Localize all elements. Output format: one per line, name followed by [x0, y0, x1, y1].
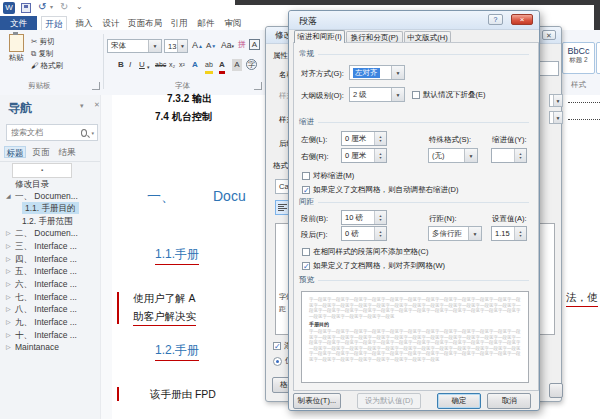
snap-to-grid-checkbox[interactable]: ✓如果定义了文档网格，则对齐到网格(W): [302, 261, 445, 271]
font-size-combo[interactable]: 13▼: [164, 39, 188, 53]
nav-item-h9[interactable]: ▷九、 Interface ...: [6, 316, 100, 328]
nav-tab-pages[interactable]: 页面: [30, 146, 52, 158]
font-color-icon[interactable]: A: [219, 59, 225, 74]
nav-item-h5[interactable]: ▷五、 Interface ...: [6, 265, 100, 277]
style-gallery-next-card[interactable]: [596, 42, 600, 74]
ok-button[interactable]: 确定: [437, 393, 481, 409]
nav-item-h6[interactable]: ▷六、 Interface ...: [6, 278, 100, 290]
character-shading-icon[interactable]: A: [232, 59, 242, 71]
search-input[interactable]: [7, 128, 79, 137]
tab-page-layout[interactable]: 页面布局: [126, 16, 164, 30]
paragraph-dialog-titlebar[interactable]: 段落 ? ×: [289, 11, 539, 30]
no-space-same-style-checkbox[interactable]: 在相同样式的段落间不添加空格(C): [302, 247, 428, 257]
tabs-button[interactable]: 制表位(T)...: [293, 393, 341, 409]
italic-button[interactable]: I: [129, 59, 131, 71]
space-before-spinner[interactable]: 10 磅 ▲▼: [341, 210, 387, 225]
style-following-dropdown-icon[interactable]: ▼: [549, 111, 563, 124]
special-format-combo[interactable]: (无) ▼: [428, 148, 478, 163]
nav-item-placeholder[interactable]: ▪: [12, 163, 72, 178]
superscript-button[interactable]: x²: [179, 59, 185, 71]
shrink-font-icon[interactable]: A▼: [206, 40, 216, 52]
nav-item-h7[interactable]: ▷七、 Interface ...: [6, 291, 100, 303]
cancel-button[interactable]: 取消: [487, 393, 531, 409]
underline-dropdown-icon[interactable]: ▾: [147, 61, 150, 73]
text-effects-icon[interactable]: A: [192, 59, 198, 71]
nav-item-h8[interactable]: ▷八、 Interface ...: [6, 303, 100, 315]
auto-adjust-right-indent-checkbox[interactable]: ✓如果定义了文档网格，则自动调整右缩进(D): [302, 185, 458, 195]
font-size-dropdown-icon[interactable]: ▼: [177, 40, 187, 52]
nav-tab-results[interactable]: 结果: [56, 146, 78, 158]
nav-item-toc[interactable]: 修改目录: [6, 178, 100, 190]
save-icon[interactable]: [21, 3, 31, 13]
close-icon[interactable]: ×: [511, 14, 533, 25]
mirror-indents-checkbox[interactable]: 对称缩进(M): [302, 171, 354, 181]
outline-level-combo[interactable]: 2 级 ▼: [349, 87, 405, 102]
space-after-spinner[interactable]: 0 磅 ▲▼: [341, 226, 387, 241]
search-dropdown-icon[interactable]: ▾: [91, 130, 94, 136]
tab-review[interactable]: 审阅: [221, 16, 245, 30]
format-painter-button[interactable]: 🖌 格式刷: [31, 60, 63, 72]
nav-item-h1[interactable]: ◢一、 Documen...: [6, 190, 100, 202]
underline-button[interactable]: U: [139, 59, 145, 71]
font-dialog-launcher[interactable]: [254, 82, 262, 90]
nav-item-h12[interactable]: 1.2. 手册范围: [22, 215, 100, 227]
revision-change-bar: [117, 387, 119, 401]
indent-by-spinner[interactable]: ▲▼: [491, 148, 527, 163]
nav-item-h4[interactable]: ▷四、 Interface ...: [6, 253, 100, 265]
indent-right-spinner[interactable]: 0 厘米 ▲▼: [341, 148, 387, 163]
phonetic-guide-icon[interactable]: 拼: [238, 39, 246, 51]
special-format-dropdown-icon[interactable]: ▼: [464, 149, 477, 162]
clipboard-dialog-launcher[interactable]: [92, 82, 100, 90]
set-default-button[interactable]: 设为默认值(D): [357, 393, 421, 409]
nav-pane-menu-icon[interactable]: ▾: [80, 102, 84, 110]
strikethrough-button[interactable]: abc: [155, 59, 166, 71]
style-based-dropdown-icon[interactable]: ▼: [549, 94, 563, 107]
line-spacing-combo[interactable]: 多倍行距 ▼: [428, 226, 482, 241]
nav-search-box[interactable]: ▾: [6, 124, 98, 141]
bold-button[interactable]: B: [118, 59, 124, 71]
tab-indents-spacing[interactable]: 缩进和间距(I): [294, 30, 345, 43]
help-icon[interactable]: ?: [488, 14, 503, 25]
undo-dropdown-icon[interactable]: ▾: [50, 1, 53, 13]
tab-home[interactable]: 开始: [41, 16, 67, 30]
line-spacing-dropdown-icon[interactable]: ▼: [468, 227, 481, 240]
nav-tab-headings[interactable]: 标题: [4, 146, 26, 158]
font-name-dropdown-icon[interactable]: ▼: [148, 40, 161, 52]
highlight-color-icon[interactable]: ab: [205, 59, 213, 74]
nav-item-h3[interactable]: ▷三、 Interface ...: [6, 240, 100, 252]
subscript-button[interactable]: x₂: [169, 59, 175, 71]
paste-button[interactable]: 粘贴: [5, 34, 27, 74]
alignment-combo[interactable]: 左对齐 ▼: [349, 65, 405, 80]
tab-references[interactable]: 引用: [167, 16, 191, 30]
grow-font-icon[interactable]: A▲: [192, 39, 203, 52]
alignment-dropdown-icon[interactable]: ▼: [391, 66, 404, 79]
nav-item-maintenance[interactable]: ▷Maintanace: [6, 341, 100, 353]
cut-button[interactable]: ✂ 剪切: [31, 36, 54, 48]
character-border-icon[interactable]: A: [249, 39, 260, 50]
nav-item-h2[interactable]: ▷二、 Documen...: [6, 227, 100, 239]
collapsed-by-default-checkbox[interactable]: 默认情况下折叠(E): [412, 90, 486, 100]
enclose-characters-icon[interactable]: 字: [246, 59, 257, 70]
indent-left-spinner[interactable]: 0 厘米 ▲▼: [341, 131, 387, 146]
copy-button[interactable]: ⧉ 复制: [31, 48, 53, 60]
change-case-icon[interactable]: Aa▾: [221, 39, 234, 52]
font-name-combo[interactable]: 宋体▼: [107, 39, 162, 53]
undo-icon[interactable]: ↺: [38, 1, 46, 13]
tab-mailings[interactable]: 邮件: [194, 16, 218, 30]
style-gallery-heading2[interactable]: BbCc 标题 2: [562, 42, 595, 74]
qat-customize-icon[interactable]: ⌄: [76, 1, 83, 13]
modify-style-close-icon[interactable]: ✕: [542, 30, 556, 40]
outline-dropdown-icon[interactable]: ▼: [391, 88, 404, 101]
redo-icon[interactable]: ↻: [60, 1, 68, 13]
nav-item-h11[interactable]: 1.1. 手册目的: [22, 202, 100, 214]
search-icon[interactable]: [81, 129, 87, 137]
tab-insert[interactable]: 插入: [72, 16, 96, 30]
nav-pane-close-icon[interactable]: ✕: [94, 101, 100, 109]
tab-file[interactable]: 文件: [0, 16, 37, 30]
paragraph-dialog-title: 段落: [299, 15, 317, 28]
nav-item-h10[interactable]: ▷十、 Interface ...: [6, 329, 100, 341]
tab-design[interactable]: 设计: [99, 16, 123, 30]
spacing-at-spinner[interactable]: 1.15 ▲▼: [491, 226, 527, 241]
modify-style-ok-button[interactable]: [549, 383, 563, 398]
body-line-1: 使用户了解 A: [133, 292, 195, 306]
